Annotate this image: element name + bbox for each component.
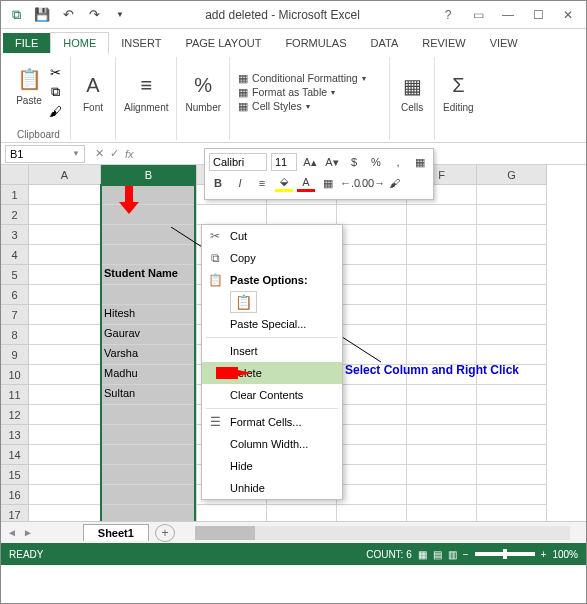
cell-A4[interactable] xyxy=(29,245,101,265)
close-icon[interactable]: ✕ xyxy=(554,5,582,25)
font-button[interactable]: AFont xyxy=(79,72,107,113)
cell-G3[interactable] xyxy=(477,225,547,245)
scrollbar-thumb[interactable] xyxy=(195,526,255,540)
ctx-column-width[interactable]: Column Width... xyxy=(202,433,342,455)
format-as-table-button[interactable]: ▦Format as Table▾ xyxy=(238,86,335,98)
cell-A14[interactable] xyxy=(29,445,101,465)
cell-B1[interactable] xyxy=(101,185,197,205)
view-normal-icon[interactable]: ▦ xyxy=(418,549,427,560)
cell-E11[interactable] xyxy=(337,385,407,405)
cell-G16[interactable] xyxy=(477,485,547,505)
cell-B11[interactable]: Sultan xyxy=(101,385,197,405)
cell-C17[interactable] xyxy=(197,505,267,521)
tab-formulas[interactable]: FORMULAS xyxy=(273,33,358,53)
cell-E12[interactable] xyxy=(337,405,407,425)
ctx-copy[interactable]: ⧉Copy xyxy=(202,247,342,269)
column-header-B[interactable]: B xyxy=(101,165,197,185)
qat-dropdown-icon[interactable]: ▼ xyxy=(109,4,131,26)
cell-A15[interactable] xyxy=(29,465,101,485)
cell-F5[interactable] xyxy=(407,265,477,285)
ctx-paste-btn[interactable]: 📋 xyxy=(202,291,342,313)
increase-decimal-icon[interactable]: ←.0 xyxy=(341,174,359,192)
decrease-font-icon[interactable]: A▾ xyxy=(323,153,341,171)
cell-E17[interactable] xyxy=(337,505,407,521)
format-painter-mini-icon[interactable]: 🖌 xyxy=(385,174,403,192)
row-header-14[interactable]: 14 xyxy=(1,445,29,465)
font-color-icon[interactable]: A xyxy=(297,174,315,192)
cell-D2[interactable] xyxy=(267,205,337,225)
cell-B12[interactable] xyxy=(101,405,197,425)
ctx-paste-special[interactable]: Paste Special... xyxy=(202,313,342,335)
cell-G5[interactable] xyxy=(477,265,547,285)
cell-F6[interactable] xyxy=(407,285,477,305)
currency-icon[interactable]: $ xyxy=(345,153,363,171)
row-header-15[interactable]: 15 xyxy=(1,465,29,485)
border-icon[interactable]: ▦ xyxy=(319,174,337,192)
mini-font-name[interactable] xyxy=(209,153,267,171)
row-header-7[interactable]: 7 xyxy=(1,305,29,325)
cancel-formula-icon[interactable]: ✕ xyxy=(95,147,104,160)
italic-icon[interactable]: I xyxy=(231,174,249,192)
tab-review[interactable]: REVIEW xyxy=(410,33,477,53)
cell-G11[interactable] xyxy=(477,385,547,405)
cell-B15[interactable] xyxy=(101,465,197,485)
column-header-G[interactable]: G xyxy=(477,165,547,185)
cell-A5[interactable] xyxy=(29,265,101,285)
cell-A1[interactable] xyxy=(29,185,101,205)
row-header-5[interactable]: 5 xyxy=(1,265,29,285)
cell-A9[interactable] xyxy=(29,345,101,365)
cell-F15[interactable] xyxy=(407,465,477,485)
fill-color-icon[interactable]: ⬙ xyxy=(275,174,293,192)
tab-view[interactable]: VIEW xyxy=(478,33,530,53)
percent-icon[interactable]: % xyxy=(367,153,385,171)
cell-A7[interactable] xyxy=(29,305,101,325)
row-header-9[interactable]: 9 xyxy=(1,345,29,365)
row-header-10[interactable]: 10 xyxy=(1,365,29,385)
row-header-8[interactable]: 8 xyxy=(1,325,29,345)
sheet-tab-active[interactable]: Sheet1 xyxy=(83,524,149,541)
view-pagebreak-icon[interactable]: ▥ xyxy=(448,549,457,560)
cell-B14[interactable] xyxy=(101,445,197,465)
enter-formula-icon[interactable]: ✓ xyxy=(110,147,119,160)
cell-F9[interactable] xyxy=(407,345,477,365)
cell-F14[interactable] xyxy=(407,445,477,465)
ctx-format-cells[interactable]: ☰Format Cells... xyxy=(202,411,342,433)
ribbon-options-icon[interactable]: ▭ xyxy=(464,5,492,25)
cell-D17[interactable] xyxy=(267,505,337,521)
zoom-out-icon[interactable]: − xyxy=(463,549,469,560)
select-all-corner[interactable] xyxy=(1,165,29,185)
cell-G14[interactable] xyxy=(477,445,547,465)
cells-button[interactable]: ▦Cells xyxy=(398,72,426,113)
cell-G4[interactable] xyxy=(477,245,547,265)
ctx-cut[interactable]: ✂Cut xyxy=(202,225,342,247)
bold-icon[interactable]: B xyxy=(209,174,227,192)
cell-A6[interactable] xyxy=(29,285,101,305)
cell-E2[interactable] xyxy=(337,205,407,225)
row-header-16[interactable]: 16 xyxy=(1,485,29,505)
format-painter-icon[interactable]: 🖌 xyxy=(49,104,62,119)
cell-E15[interactable] xyxy=(337,465,407,485)
conditional-formatting-button[interactable]: ▦Conditional Formatting▾ xyxy=(238,72,366,84)
cell-B2[interactable] xyxy=(101,205,197,225)
row-header-4[interactable]: 4 xyxy=(1,245,29,265)
cell-F4[interactable] xyxy=(407,245,477,265)
cell-A2[interactable] xyxy=(29,205,101,225)
cell-A16[interactable] xyxy=(29,485,101,505)
number-button[interactable]: %Number xyxy=(185,72,221,113)
cell-F16[interactable] xyxy=(407,485,477,505)
cell-E14[interactable] xyxy=(337,445,407,465)
minimize-icon[interactable]: — xyxy=(494,5,522,25)
cell-A12[interactable] xyxy=(29,405,101,425)
comma-icon[interactable]: , xyxy=(389,153,407,171)
row-header-13[interactable]: 13 xyxy=(1,425,29,445)
cell-styles-button[interactable]: ▦Cell Styles▾ xyxy=(238,100,310,112)
ctx-delete[interactable]: Delete xyxy=(202,362,342,384)
mini-font-size[interactable] xyxy=(271,153,297,171)
align-icon[interactable]: ≡ xyxy=(253,174,271,192)
cell-B10[interactable]: Madhu xyxy=(101,365,197,385)
cell-G9[interactable] xyxy=(477,345,547,365)
cell-F12[interactable] xyxy=(407,405,477,425)
cell-A13[interactable] xyxy=(29,425,101,445)
cell-F2[interactable] xyxy=(407,205,477,225)
cell-A3[interactable] xyxy=(29,225,101,245)
